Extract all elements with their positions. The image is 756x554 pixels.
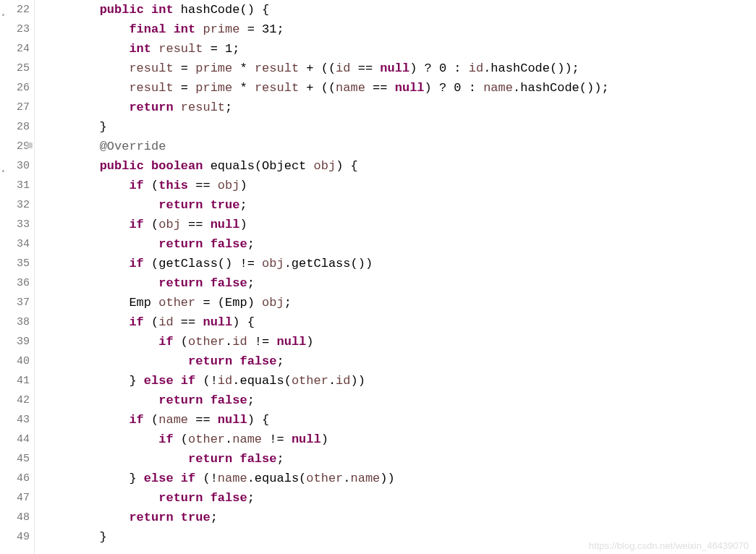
line-number: 38: [0, 312, 31, 332]
code-line[interactable]: } else if (!name.equals(other.name)): [41, 469, 756, 488]
code-editor[interactable]: 2223242526272829303132333435363738394041…: [0, 0, 756, 554]
code-line[interactable]: } else if (!id.equals(other.id)): [41, 371, 756, 391]
code-line[interactable]: if (obj == null): [41, 215, 756, 234]
code-line[interactable]: return true;: [41, 508, 756, 527]
code-line[interactable]: return false;: [41, 273, 756, 293]
line-number: 42: [0, 391, 31, 410]
line-number: 40: [0, 351, 31, 371]
code-line[interactable]: public int hashCode() {: [41, 0, 756, 20]
line-number: 27: [0, 98, 31, 117]
line-number: 30: [0, 156, 31, 176]
line-number: 43: [0, 410, 31, 430]
line-number: 45: [0, 449, 31, 469]
code-line[interactable]: public boolean equals(Object obj) {: [41, 156, 756, 176]
line-number: 37: [0, 293, 31, 312]
line-number: 48: [0, 508, 31, 527]
line-number: 46: [0, 469, 31, 488]
code-line[interactable]: if (this == obj): [41, 176, 756, 195]
line-number: 34: [0, 234, 31, 254]
line-number: 23: [0, 20, 31, 39]
code-line[interactable]: if (other.name != null): [41, 430, 756, 449]
code-line[interactable]: return result;: [41, 98, 756, 117]
line-number: 49: [0, 527, 31, 547]
line-number: 41: [0, 371, 31, 391]
code-line[interactable]: if (id == null) {: [41, 312, 756, 332]
code-content[interactable]: public int hashCode() { final int prime …: [35, 0, 756, 554]
line-number: 33: [0, 215, 31, 234]
code-line[interactable]: return false;: [41, 488, 756, 508]
code-line[interactable]: }: [41, 117, 756, 137]
code-line[interactable]: if (name == null) {: [41, 410, 756, 430]
code-line[interactable]: return false;: [41, 391, 756, 410]
line-number: 25: [0, 59, 31, 78]
line-number: 32: [0, 195, 31, 215]
code-line[interactable]: result = prime * result + ((id == null) …: [41, 59, 756, 78]
line-number: 44: [0, 430, 31, 449]
line-number: 47: [0, 488, 31, 508]
code-line[interactable]: if (other.id != null): [41, 332, 756, 351]
code-line[interactable]: if (getClass() != obj.getClass()): [41, 254, 756, 273]
code-line[interactable]: @Override: [41, 137, 756, 156]
line-number: 26: [0, 78, 31, 98]
code-line[interactable]: int result = 1;: [41, 39, 756, 59]
line-number: 28: [0, 117, 31, 137]
line-number: 24: [0, 39, 31, 59]
line-number: 35: [0, 254, 31, 273]
code-line[interactable]: Emp other = (Emp) obj;: [41, 293, 756, 312]
watermark-text: https://blog.csdn.net/weixin_46439070: [589, 540, 749, 551]
code-line[interactable]: result = prime * result + ((name == null…: [41, 78, 756, 98]
line-number: 22: [0, 0, 31, 20]
line-number: 29: [0, 137, 31, 156]
line-gutter: 2223242526272829303132333435363738394041…: [0, 0, 35, 554]
code-line[interactable]: return false;: [41, 351, 756, 371]
line-number: 31: [0, 176, 31, 195]
line-number: 36: [0, 273, 31, 293]
code-line[interactable]: final int prime = 31;: [41, 20, 756, 39]
line-number: 39: [0, 332, 31, 351]
code-line[interactable]: return true;: [41, 195, 756, 215]
code-line[interactable]: return false;: [41, 234, 756, 254]
code-line[interactable]: return false;: [41, 449, 756, 469]
